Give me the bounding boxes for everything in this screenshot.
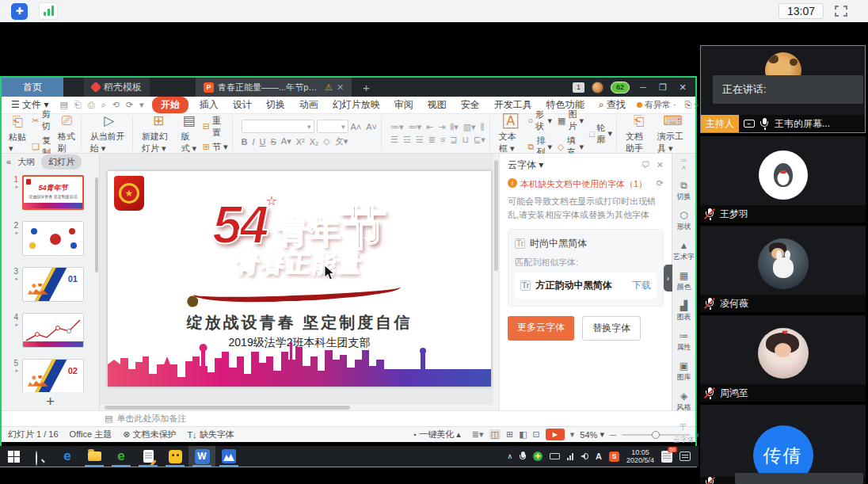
matched-font-row[interactable]: Tr 方正韵动中黑简体 下载 xyxy=(515,272,657,299)
account-avatar[interactable] xyxy=(592,82,603,93)
grow-font-icon[interactable]: A˄ xyxy=(351,122,362,131)
security-shield-icon[interactable]: ✚ xyxy=(11,3,28,20)
underline-button[interactable]: U xyxy=(260,137,266,147)
tray-green-plus-icon[interactable]: ✚ xyxy=(533,452,542,461)
sogou-icon[interactable]: S xyxy=(609,452,619,462)
font-color-button[interactable]: A▾ xyxy=(281,136,291,147)
subscript-button[interactable]: X₂ xyxy=(310,137,319,147)
taskbar-editor[interactable] xyxy=(135,446,162,467)
view-menu-icon[interactable]: ≣▾ xyxy=(472,429,484,440)
align-right-icon[interactable]: ☱ xyxy=(416,135,424,145)
slide-1[interactable]: ★ 54☆青年节 青春正能量 绽放战设青春 坚定制度自信 2019级法学2班本科… xyxy=(108,171,491,387)
slideshow-view-icon[interactable]: ⊡ xyxy=(533,429,540,440)
rail-grip-icon[interactable]: ═ xyxy=(681,157,686,164)
zoom-slider-knob[interactable] xyxy=(652,431,660,439)
menu-design[interactable]: 设计 xyxy=(230,97,255,112)
numbering-icon[interactable]: ≕▾ xyxy=(409,122,422,132)
minimize-button[interactable]: ─ xyxy=(637,82,649,92)
rail-cloud-font[interactable]: 〒云字体 xyxy=(673,421,695,445)
phonetic-guide-button[interactable]: 攵▾ xyxy=(335,135,348,147)
canvas-vertical-scrollbar[interactable] xyxy=(493,154,499,410)
member-badge[interactable]: 62 xyxy=(611,82,630,93)
slide-thumbnail-1[interactable]: 54青年节 绽放战设青春 坚定制度自信 xyxy=(22,175,84,210)
rail-style[interactable]: ◈风格 xyxy=(677,391,691,413)
outline-tab[interactable]: 大纲 xyxy=(17,156,35,168)
fullscreen-icon[interactable] xyxy=(835,6,847,17)
rail-properties[interactable]: ≔属性 xyxy=(677,330,691,353)
collapse-panel-icon[interactable]: « xyxy=(6,157,11,166)
refresh-icon[interactable]: ⟳ xyxy=(657,178,664,189)
network-icon[interactable] xyxy=(567,453,573,460)
participant-tile[interactable]: 传倩 xyxy=(700,405,866,484)
abnormal-status[interactable]: 有异常 · xyxy=(637,99,676,111)
shrink-font-icon[interactable]: A˅ xyxy=(366,122,377,131)
tray-expand-icon[interactable]: ∧ xyxy=(507,452,512,460)
missing-font-status[interactable]: T↓ 缺失字体 xyxy=(187,429,234,440)
taskbar-explorer[interactable] xyxy=(81,446,108,467)
textbox-button[interactable]: 🄰文本框 ▾ xyxy=(499,113,523,154)
add-slide-button[interactable]: + xyxy=(2,392,99,410)
italic-button[interactable]: I xyxy=(252,137,254,147)
font-family-select[interactable]: ▾ xyxy=(242,120,314,133)
distribute-icon[interactable]: ≡ xyxy=(440,135,445,145)
rail-transition[interactable]: ⧉切换 xyxy=(677,180,691,202)
menu-security[interactable]: 安全 xyxy=(458,97,483,112)
rail-collapse-icon[interactable]: ˄ xyxy=(682,165,686,172)
paste-button[interactable]: ⎗粘贴 ▾ xyxy=(9,114,26,154)
start-button[interactable] xyxy=(0,446,27,467)
undo-icon[interactable]: ⟲ xyxy=(112,100,120,110)
theme-name[interactable]: Office 主题 xyxy=(70,429,112,440)
participant-tile[interactable]: 王梦羽 xyxy=(700,136,866,223)
new-slide-button[interactable]: ⊞新建幻灯片 ▾ xyxy=(142,112,175,154)
play-from-current-button[interactable]: ▷从当前开始 ▾ xyxy=(90,112,128,154)
slide-sorter-icon[interactable]: ⊞ xyxy=(506,429,513,440)
mic-muted-icon[interactable] xyxy=(705,477,715,484)
outline-button[interactable]: □轮廓 ▾ xyxy=(589,122,612,146)
close-pane-icon[interactable]: ✕ xyxy=(657,160,664,170)
slide-canvas[interactable]: ★ 54☆青年节 青春正能量 绽放战设青春 坚定制度自信 2019级法学2班本科… xyxy=(100,154,499,410)
taskbar-browser[interactable]: e xyxy=(108,446,135,467)
menu-view[interactable]: 视图 xyxy=(424,97,450,112)
zoom-slider[interactable] xyxy=(622,434,690,436)
font-size-select[interactable]: ▾ xyxy=(317,120,348,133)
taskbar-meeting-app[interactable] xyxy=(215,446,242,467)
participant-tile[interactable]: ❤ 周鸿至 xyxy=(700,315,866,402)
menu-insert[interactable]: 插入 xyxy=(196,97,222,112)
panel-scrollbar[interactable] xyxy=(95,177,98,272)
tray-keyboard-icon[interactable] xyxy=(550,453,560,459)
rail-gallery[interactable]: ▣图库 xyxy=(677,360,691,383)
decrease-indent-icon[interactable]: ⇤ xyxy=(426,122,433,132)
cut-button[interactable]: ✂剪切 xyxy=(32,109,51,132)
layout-button[interactable]: ▤版式 ▾ xyxy=(181,112,196,154)
mic-muted-icon[interactable] xyxy=(705,298,715,310)
more-cloud-fonts-button[interactable]: 更多云字体 xyxy=(508,316,574,341)
participant-tile[interactable]: 凌何薇 xyxy=(700,226,866,312)
normal-view-icon[interactable]: ◫ xyxy=(489,429,501,440)
taskbar-edge[interactable]: e xyxy=(54,446,81,467)
taskbar-search[interactable] xyxy=(27,446,54,467)
notes-bar[interactable]: ▤ 单击此处添加备注 xyxy=(2,410,695,426)
mic-on-icon[interactable] xyxy=(760,118,770,130)
section-button[interactable]: ⊞节 ▾ xyxy=(203,141,228,153)
canvas-horizontal-scrollbar[interactable] xyxy=(100,405,499,410)
align-bottom-icon[interactable]: ⊑▾ xyxy=(474,135,485,145)
align-left-icon[interactable]: ☰ xyxy=(390,135,398,145)
save-icon[interactable]: ▤ xyxy=(59,100,67,110)
mic-muted-icon[interactable] xyxy=(705,208,715,220)
slide-thumbnail-5[interactable]: 02 xyxy=(22,359,84,393)
clear-format-button[interactable]: ◇ xyxy=(323,136,329,147)
volume-icon[interactable] xyxy=(581,452,588,460)
align-center-icon[interactable]: ☲ xyxy=(403,135,411,145)
doc-assistant-button[interactable]: ⎗文档助手 xyxy=(626,113,652,154)
tray-mic-icon[interactable] xyxy=(520,452,526,461)
new-tab-button[interactable]: + xyxy=(363,81,370,94)
message-count-badge[interactable]: 1 xyxy=(573,82,584,93)
action-center-icon[interactable] xyxy=(680,452,691,461)
preview-icon[interactable]: ⌕ xyxy=(101,100,105,110)
rail-shapes[interactable]: ⬡形状 xyxy=(677,210,691,232)
rail-wordart[interactable]: ▲艺术字 xyxy=(673,240,695,262)
strikethrough-button[interactable]: S xyxy=(270,137,276,147)
play-slideshow-button[interactable]: ▶ xyxy=(546,429,565,440)
play-options-icon[interactable]: ▾ xyxy=(570,429,575,440)
protection-status[interactable]: ⊗ 文档未保护 xyxy=(123,429,176,440)
